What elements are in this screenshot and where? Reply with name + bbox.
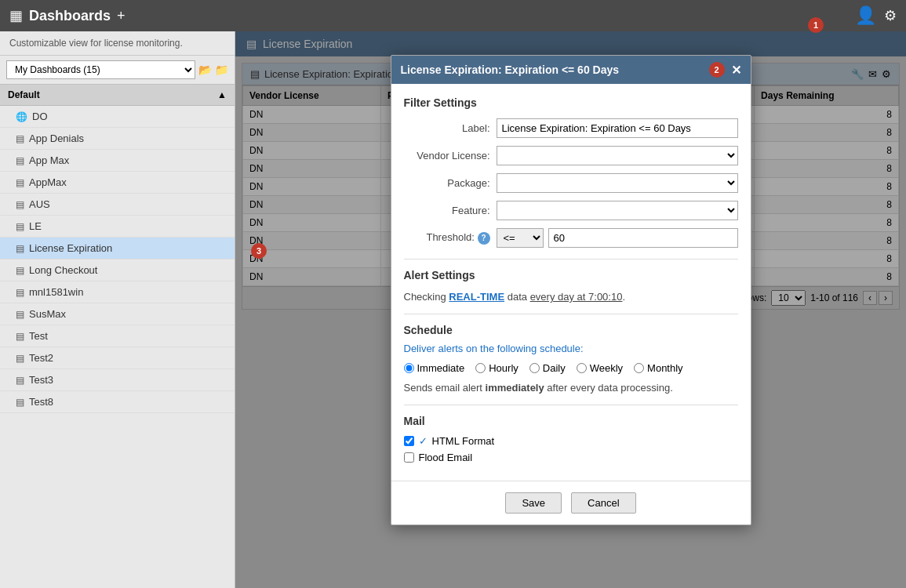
modal-header: License Expiration: Expiration <= 60 Day… xyxy=(391,56,751,84)
header-right: 👤 ⚙ xyxy=(855,5,897,26)
dashboard-grid-icon: ▦ xyxy=(9,7,23,24)
sidebar-section-header[interactable]: Default ▲ xyxy=(0,85,235,106)
checkbox-flood-email[interactable]: Flood Email xyxy=(404,452,738,463)
threshold-help-icon[interactable]: ? xyxy=(478,232,490,245)
sidebar-item-app-max[interactable]: ▤ App Max xyxy=(0,150,235,172)
modal-overlay: License Expiration: Expiration <= 60 Day… xyxy=(235,31,906,588)
modal-dialog: License Expiration: Expiration <= 60 Day… xyxy=(391,55,751,525)
sidebar-item-test2[interactable]: ▤ Test2 xyxy=(0,347,235,369)
html-format-checkmark: ✓ xyxy=(419,435,428,447)
sidebar-item-label: Test xyxy=(29,330,48,342)
sidebar-item-label: AppMax xyxy=(29,176,67,188)
threshold-value-input[interactable] xyxy=(548,228,738,248)
daily-label: Daily xyxy=(543,362,566,374)
do-icon: 🌐 xyxy=(16,111,27,122)
mail-section: Mail ✓ HTML Format Flood Email xyxy=(404,405,738,463)
schedule-radio-group: Immediate Hourly Daily xyxy=(404,362,738,374)
package-select[interactable] xyxy=(497,173,738,193)
folder-open-icon[interactable]: 📂 xyxy=(198,64,212,76)
threshold-row: Threshold: ? <= >= < > = xyxy=(404,228,738,248)
threshold-controls: <= >= < > = xyxy=(497,228,738,248)
sidebar-item-aus[interactable]: ▤ AUS xyxy=(0,194,235,216)
sidebar-item-label: mnl1581win xyxy=(29,286,83,298)
alert-text: Checking REAL-TIME data every day at 7:0… xyxy=(404,291,738,303)
weekly-label: Weekly xyxy=(590,362,623,374)
sidebar-item-label: SusMax xyxy=(29,308,66,320)
modal-body: Filter Settings Label: Vendor License: P… xyxy=(391,84,751,481)
license-exp-icon: ▤ xyxy=(16,243,24,254)
sidebar-item-appmax[interactable]: ▤ AppMax xyxy=(0,172,235,194)
add-dashboard-button[interactable]: + xyxy=(117,8,126,24)
hourly-label: Hourly xyxy=(489,362,518,374)
feature-label: Feature: xyxy=(404,205,490,216)
package-row: Package: xyxy=(404,173,738,193)
label-field-label: Label: xyxy=(404,122,490,134)
appmax-icon: ▤ xyxy=(16,177,24,188)
app-max-icon: ▤ xyxy=(16,155,24,166)
schedule-section: Schedule Deliver alerts on the following… xyxy=(404,314,738,394)
feature-row: Feature: xyxy=(404,201,738,220)
sidebar-item-mnl1581win[interactable]: ▤ mnl1581win xyxy=(0,281,235,303)
radio-daily[interactable]: Daily xyxy=(529,362,566,374)
sidebar-folder-icons: 📂 📁 xyxy=(198,64,228,76)
realtime-link[interactable]: REAL-TIME xyxy=(449,291,504,303)
main-layout: Customizable view for license monitoring… xyxy=(0,31,906,588)
radio-hourly[interactable]: Hourly xyxy=(475,362,518,374)
dashboard-dropdown[interactable]: My Dashboards (15) xyxy=(6,60,195,79)
label-input[interactable] xyxy=(497,118,738,138)
user-icon[interactable]: 👤 xyxy=(855,5,876,25)
sidebar-item-test3[interactable]: ▤ Test3 xyxy=(0,369,235,391)
schedule-title: Schedule xyxy=(404,324,738,336)
sidebar-item-label: License Expiration xyxy=(29,242,112,254)
sidebar-item-test[interactable]: ▤ Test xyxy=(0,325,235,347)
flood-email-checkbox[interactable] xyxy=(404,452,414,463)
radio-immediate[interactable]: Immediate xyxy=(404,362,465,374)
sidebar-item-label: LE xyxy=(29,220,42,232)
sidebar-item-susmax[interactable]: ▤ SusMax xyxy=(0,303,235,325)
user-icon-wrapper: 👤 xyxy=(855,5,876,26)
feature-select[interactable] xyxy=(497,201,738,220)
checkbox-html-format[interactable]: ✓ HTML Format xyxy=(404,435,738,447)
le-icon: ▤ xyxy=(16,221,24,232)
vendor-license-label: Vendor License: xyxy=(404,150,490,162)
long-checkout-icon: ▤ xyxy=(16,265,24,276)
sidebar-item-long-checkout[interactable]: ▤ Long Checkout xyxy=(0,260,235,281)
radio-weekly[interactable]: Weekly xyxy=(577,362,623,374)
sidebar-item-label: Test2 xyxy=(29,352,53,364)
sidebar-item-label: App Denials xyxy=(29,132,84,144)
sidebar-item-app-denials[interactable]: ▤ App Denials xyxy=(0,128,235,150)
sidebar-item-test8[interactable]: ▤ Test8 xyxy=(0,391,235,413)
content-area: ▤ License Expiration ▤ License Expiratio… xyxy=(235,31,906,588)
modal-close-button[interactable]: ✕ xyxy=(731,63,741,78)
alert-settings-title: Alert Settings xyxy=(404,269,738,281)
aus-icon: ▤ xyxy=(16,199,24,210)
filter-settings-title: Filter Settings xyxy=(404,96,738,109)
sidebar-item-license-expiration[interactable]: ▤ License Expiration xyxy=(0,238,235,260)
gear-icon-top[interactable]: ⚙ xyxy=(884,7,897,24)
folder-icon[interactable]: 📁 xyxy=(215,64,228,76)
sidebar-item-label: Long Checkout xyxy=(29,264,97,276)
mnl-icon: ▤ xyxy=(16,287,24,298)
modal-title: License Expiration: Expiration <= 60 Day… xyxy=(401,64,620,76)
sidebar-item-label: Test8 xyxy=(29,396,53,408)
mail-title: Mail xyxy=(404,415,738,427)
sidebar-item-do[interactable]: 🌐 DO xyxy=(0,106,235,128)
test3-icon: ▤ xyxy=(16,375,24,386)
sidebar-item-le[interactable]: ▤ LE xyxy=(0,216,235,238)
vendor-license-select[interactable] xyxy=(497,146,738,165)
cancel-button[interactable]: Cancel xyxy=(571,492,635,514)
schedule-subtitle: Deliver alerts on the following schedule… xyxy=(404,343,738,354)
schedule-description: Sends email alert immediately after ever… xyxy=(404,382,738,394)
susmax-icon: ▤ xyxy=(16,309,24,320)
vendor-row: Vendor License: xyxy=(404,146,738,165)
sidebar-items: 🌐 DO ▤ App Denials ▤ App Max ▤ AppMax ▤ … xyxy=(0,106,235,588)
app-denials-icon: ▤ xyxy=(16,133,24,144)
sidebar-item-label: App Max xyxy=(29,154,69,166)
html-format-checkbox[interactable] xyxy=(404,436,414,446)
save-button[interactable]: Save xyxy=(505,492,562,514)
html-format-label: HTML Format xyxy=(432,435,495,447)
annotation-2: 2 xyxy=(709,62,725,78)
immediate-label: Immediate xyxy=(417,362,465,374)
threshold-operator-select[interactable]: <= >= < > = xyxy=(497,228,544,248)
radio-monthly[interactable]: Monthly xyxy=(634,362,683,374)
